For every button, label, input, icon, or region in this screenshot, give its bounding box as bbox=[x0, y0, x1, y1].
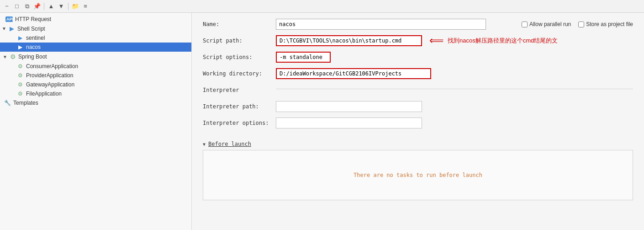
interpreter-options-row: Interpreter options: bbox=[203, 117, 633, 129]
top-right-options: Allow parallel run Store as project file bbox=[522, 21, 633, 27]
name-input[interactable] bbox=[276, 19, 486, 30]
sidebar: API HTTP Request ▼ ▶ Shell Script ▶ sent… bbox=[0, 13, 192, 230]
sidebar-item-file[interactable]: ⚙ FileApplication bbox=[0, 89, 191, 98]
toolbar: − □ ⧉ 📌 ▲ ▼ 📁 ≡ bbox=[0, 0, 644, 13]
copy-icon[interactable]: ⧉ bbox=[23, 2, 31, 11]
toolbar-separator2 bbox=[68, 3, 69, 10]
allow-parallel-label: Allow parallel run bbox=[529, 21, 571, 27]
consumer-label: ConsumerApplication bbox=[26, 63, 78, 70]
before-launch-label: Before launch bbox=[208, 141, 251, 147]
name-row-content: Allow parallel run Store as project file bbox=[276, 19, 633, 30]
interpreter-section-label: Interpreter bbox=[203, 87, 276, 93]
list-icon[interactable]: ≡ bbox=[81, 2, 90, 11]
api-icon: API bbox=[5, 16, 13, 22]
main-area: API HTTP Request ▼ ▶ Shell Script ▶ sent… bbox=[0, 13, 644, 230]
working-dir-label: Working directory: bbox=[203, 70, 276, 77]
store-as-project-checkbox-label[interactable]: Store as project file bbox=[578, 21, 633, 27]
before-launch-header[interactable]: ▼ Before launch bbox=[203, 141, 633, 147]
sidebar-item-http-request[interactable]: API HTTP Request bbox=[0, 15, 191, 24]
interpreter-section-header-row: Interpreter bbox=[203, 84, 633, 96]
interpreter-path-label: Interpreter path: bbox=[203, 103, 276, 110]
script-options-label: Script options: bbox=[203, 54, 276, 60]
provider-run-icon: ⚙ bbox=[16, 72, 24, 79]
templates-label: Templates bbox=[13, 100, 38, 106]
sidebar-item-consumer[interactable]: ⚙ ConsumerApplication bbox=[0, 62, 191, 71]
templates-wrench-icon: 🔧 bbox=[4, 100, 11, 106]
before-launch-box: There are no tasks to run before launch bbox=[203, 150, 633, 200]
store-as-project-label: Store as project file bbox=[586, 21, 633, 27]
script-options-row: Script options: bbox=[203, 51, 633, 63]
gateway-run-icon: ⚙ bbox=[16, 81, 24, 88]
sentinel-label: sentinel bbox=[26, 35, 45, 41]
spring-boot-label: Spring Boot bbox=[18, 53, 47, 60]
file-run-icon: ⚙ bbox=[16, 91, 24, 97]
spring-boot-icon: ⚙ bbox=[9, 53, 16, 60]
before-launch-section: ▼ Before launch There are no tasks to ru… bbox=[192, 141, 644, 200]
interpreter-path-input[interactable] bbox=[276, 101, 422, 112]
square-icon[interactable]: □ bbox=[13, 2, 21, 11]
allow-parallel-checkbox[interactable] bbox=[522, 21, 528, 27]
gateway-label: GatewayApplication bbox=[26, 81, 74, 88]
sidebar-item-gateway[interactable]: ⚙ GatewayApplication bbox=[0, 80, 191, 89]
consumer-run-icon: ⚙ bbox=[16, 63, 24, 70]
before-launch-underline-label: Before launch bbox=[208, 141, 251, 147]
pin-icon[interactable]: 📌 bbox=[33, 2, 41, 11]
script-options-input[interactable] bbox=[276, 52, 331, 63]
sidebar-item-sentinel[interactable]: ▶ sentinel bbox=[0, 33, 191, 43]
script-path-annotation-row: ⟸ 找到nacos解压路径里的这个cmd结尾的文 bbox=[276, 35, 558, 47]
nacos-run-icon: ▶ bbox=[16, 44, 24, 50]
allow-parallel-checkbox-label[interactable]: Allow parallel run bbox=[522, 21, 571, 27]
name-label: Name: bbox=[203, 21, 276, 27]
shell-script-label: Shell Script bbox=[17, 26, 45, 32]
annotation-text: 找到nacos解压路径里的这个cmd结尾的文 bbox=[448, 37, 558, 45]
script-path-label: Script path: bbox=[203, 37, 276, 44]
content-panel: Name: Allow parallel run Store as projec… bbox=[192, 13, 644, 230]
http-request-label: HTTP Request bbox=[15, 16, 51, 22]
sidebar-item-templates[interactable]: 🔧 Templates bbox=[0, 98, 191, 107]
script-path-row: Script path: ⟸ 找到nacos解压路径里的这个cmd结尾的文 bbox=[203, 35, 633, 47]
red-arrow-icon: ⟸ bbox=[429, 35, 444, 47]
chevron-down-icon[interactable]: ▼ bbox=[57, 2, 65, 11]
sentinel-run-icon: ▶ bbox=[16, 35, 24, 41]
interpreter-path-row: Interpreter path: bbox=[203, 101, 633, 112]
nacos-label: nacos bbox=[26, 44, 41, 50]
provider-label: ProviderApplication bbox=[26, 72, 73, 79]
script-path-input[interactable] bbox=[276, 35, 422, 46]
working-dir-input[interactable] bbox=[276, 68, 431, 79]
expand-arrow-spring-icon: ▼ bbox=[3, 54, 7, 59]
form-section: Name: Allow parallel run Store as projec… bbox=[192, 13, 644, 137]
add-folder-icon[interactable]: 📁 bbox=[71, 2, 79, 11]
store-as-project-checkbox[interactable] bbox=[578, 21, 584, 27]
collapse-arrow-icon: ▼ bbox=[203, 142, 206, 147]
sidebar-group-shell-script[interactable]: ▼ ▶ Shell Script bbox=[0, 24, 191, 33]
name-row: Name: Allow parallel run Store as projec… bbox=[203, 18, 633, 30]
sidebar-item-provider[interactable]: ⚙ ProviderApplication bbox=[0, 71, 191, 80]
minus-icon[interactable]: − bbox=[3, 2, 11, 11]
toolbar-separator bbox=[44, 3, 44, 10]
file-label: FileApplication bbox=[26, 91, 62, 97]
sidebar-item-nacos[interactable]: ▶ nacos bbox=[0, 43, 191, 52]
interpreter-options-label: Interpreter options: bbox=[203, 120, 276, 126]
interpreter-divider bbox=[276, 89, 633, 89]
chevron-up-icon[interactable]: ▲ bbox=[47, 2, 55, 11]
no-tasks-text: There are no tasks to run before launch bbox=[354, 172, 482, 178]
shell-script-icon: ▶ bbox=[8, 25, 16, 32]
sidebar-group-spring-boot[interactable]: ▼ ⚙ Spring Boot bbox=[0, 52, 191, 62]
working-dir-row: Working directory: bbox=[203, 68, 633, 80]
expand-arrow-icon: ▼ bbox=[2, 26, 6, 31]
interpreter-options-input[interactable] bbox=[276, 118, 422, 128]
